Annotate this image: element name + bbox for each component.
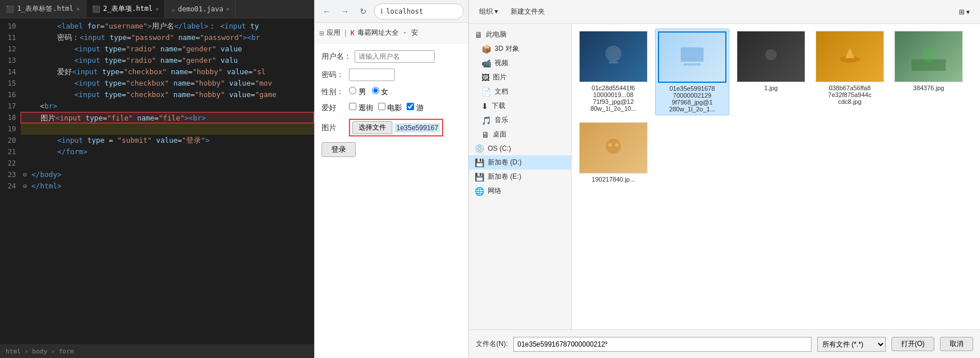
nav-picture[interactable]: 🖼 图片 — [469, 70, 571, 85]
organize-button[interactable]: 组织 ▾ — [476, 5, 501, 18]
tab-1-table-label[interactable]: ⬛ 1_表单标签.html ✕ — [0, 0, 86, 18]
nav-c-drive[interactable]: 💿 OS (C:) — [469, 142, 571, 155]
submit-row: 登录 — [322, 142, 461, 157]
thumb-img-5 — [894, 31, 963, 82]
male-option[interactable]: 男 — [349, 87, 366, 97]
d-drive-icon: 💾 — [475, 158, 484, 167]
svg-point-10 — [608, 143, 612, 147]
nav-desktop[interactable]: 🖥 桌面 — [469, 127, 571, 142]
file-name-2: 01e35e5991678700000021299f7968_jpg@1280w… — [669, 85, 716, 112]
tab-2-form-item[interactable]: ⬛ 2_表单项.html ✕ — [86, 0, 166, 18]
nav-music[interactable]: 🎵 音乐 — [469, 113, 571, 127]
cancel-button[interactable]: 取消 — [940, 337, 973, 351]
tab2-label: 2_表单项.html — [103, 4, 153, 14]
hobby3-check[interactable] — [407, 103, 414, 110]
desktop-icon: 🖥 — [481, 130, 489, 139]
code-line-11: 密码：<input type="password" name="password… — [21, 32, 314, 43]
apps-label: 应用 — [327, 28, 340, 38]
hobby1-option[interactable]: 逛街 — [349, 103, 373, 113]
document-icon: 📄 — [481, 87, 491, 96]
nav-document[interactable]: 📄 文档 — [469, 85, 571, 99]
hobby2-option[interactable]: 电影 — [378, 103, 403, 113]
code-text: <label for="username">用户名</label>： <inpu… — [21, 18, 314, 344]
nav-this-pc[interactable]: 🖥 此电脑 — [469, 27, 571, 42]
svg-rect-1 — [609, 62, 618, 63]
username-row: 用户名： — [322, 50, 461, 63]
hobby-label: 爱好 — [322, 103, 346, 113]
tab1-close[interactable]: ✕ — [77, 6, 80, 12]
password-input[interactable] — [349, 69, 395, 81]
file-choose-button[interactable]: 选择文件 — [352, 121, 392, 134]
lock-icon: ℹ — [380, 7, 383, 15]
selected-filename: 1e35e599167 — [395, 123, 440, 132]
nav-download[interactable]: ⬇ 下载 — [469, 99, 571, 113]
username-input[interactable] — [355, 50, 435, 63]
male-radio[interactable] — [349, 87, 356, 94]
thumb-img-3 — [737, 31, 805, 82]
code-editor: ⬛ 1_表单标签.html ✕ ⬛ 2_表单项.html ✕ ☕ demo01.… — [0, 0, 314, 358]
username-label: 用户名： — [322, 51, 351, 62]
picture-icon: 🖼 — [481, 73, 489, 82]
svg-point-9 — [606, 139, 621, 154]
nav-d-drive[interactable]: 💾 新加卷 (D:) — [469, 155, 571, 170]
refresh-button[interactable]: ↻ — [356, 4, 371, 19]
thumb-img-4 — [816, 31, 884, 82]
file-name-4: 038b67a56ffa87e32f875a944ccdc8.jpg — [828, 85, 871, 105]
open-button[interactable]: 打开(O) — [891, 337, 934, 351]
forward-button[interactable]: → — [338, 4, 352, 19]
view-toggle-button[interactable]: ⊞ ▾ — [955, 6, 973, 18]
tab1-label: 1_表单标签.html — [17, 4, 74, 14]
nav-video[interactable]: 📹 视频 — [469, 56, 571, 70]
hobby1-check[interactable] — [349, 103, 356, 110]
address-bar[interactable]: ℹ localhost — [374, 3, 464, 19]
file-name-3: 1.jpg — [764, 85, 778, 91]
tab2-close[interactable]: ✕ — [155, 6, 159, 12]
nav-3d[interactable]: 📦 3D 对象 — [469, 42, 571, 56]
code-line-15: <input type="checkbox" name="hobby" valu… — [21, 78, 314, 89]
nav-e-drive[interactable]: 💾 新加卷 (E:) — [469, 170, 571, 184]
line-numbers: 1011121314 1516171819 2021222324 — [0, 18, 21, 344]
svg-rect-3 — [684, 63, 701, 66]
nav-network[interactable]: 🌐 网络 — [469, 184, 571, 198]
bookmark-label: 毒霸网址大全 - 安 — [358, 28, 418, 38]
nav-network-label: 网络 — [488, 186, 501, 196]
file-thumb-4[interactable]: 038b67a56ffa87e32f875a944ccdc8.jpg — [813, 29, 887, 115]
back-button[interactable]: ← — [319, 4, 334, 19]
nav-video-label: 视频 — [495, 58, 508, 68]
download-icon: ⬇ — [481, 102, 488, 111]
nav-document-label: 文档 — [495, 87, 508, 96]
filename-input[interactable] — [513, 337, 812, 352]
html-icon-1: ⬛ — [6, 5, 14, 13]
file-thumb-1[interactable]: 01c28d55441f610000019...0871f93_jpg@1280… — [576, 29, 650, 115]
hobby3-option[interactable]: 游 — [407, 103, 424, 113]
new-folder-button[interactable]: 新建文件夹 — [507, 5, 548, 18]
hobby2-check[interactable] — [378, 103, 385, 110]
editor-tabs: ⬛ 1_表单标签.html ✕ ⬛ 2_表单项.html ✕ ☕ demo01.… — [0, 0, 314, 18]
filetype-select[interactable]: 所有文件 (*.*) — [817, 337, 886, 352]
female-option[interactable]: 女 — [372, 87, 389, 97]
code-line-10: <label for="username">用户名</label>： <inpu… — [21, 21, 314, 32]
file-thumb-6[interactable]: 190217840.jp... — [576, 120, 650, 185]
nav-3d-label: 3D 对象 — [495, 44, 519, 54]
code-content: 1011121314 1516171819 2021222324 <label … — [0, 18, 314, 344]
file-thumb-5[interactable]: 384376.jpg — [891, 29, 966, 115]
file-thumb-3[interactable]: 1.jpg — [734, 29, 808, 115]
thumb-img-1 — [579, 31, 648, 82]
hobby-row: 爱好 逛街 电影 游 — [322, 103, 461, 113]
separator: | — [343, 29, 347, 37]
nav-picture-label: 图片 — [493, 73, 507, 82]
nav-d-label: 新加卷 (D:) — [488, 158, 521, 167]
tab-3-demo[interactable]: ☕ demo01.java ✕ — [165, 0, 236, 18]
apps-grid-icon: ⊞ — [319, 29, 324, 38]
female-radio[interactable] — [372, 87, 379, 94]
code-line-20: <input type = "submit" value="登录"> — [21, 135, 314, 146]
file-row: 图片 选择文件 1e35e599167 — [322, 119, 461, 136]
tab3-close[interactable]: ✕ — [226, 6, 230, 12]
explorer-nav: 🖥 此电脑 📦 3D 对象 📹 视频 🖼 图片 📄 文档 ⬇ 下载 — [469, 24, 572, 329]
breadcrumb: html › body › form — [0, 344, 314, 358]
code-line-22 — [21, 158, 314, 169]
svg-point-4 — [765, 49, 777, 61]
submit-button[interactable]: 登录 — [322, 142, 356, 157]
file-thumb-2[interactable]: 01e35e5991678700000021299f7968_jpg@1280w… — [655, 29, 729, 115]
explorer-bottom: 文件名(N): 所有文件 (*.*) 打开(O) 取消 — [469, 329, 980, 358]
